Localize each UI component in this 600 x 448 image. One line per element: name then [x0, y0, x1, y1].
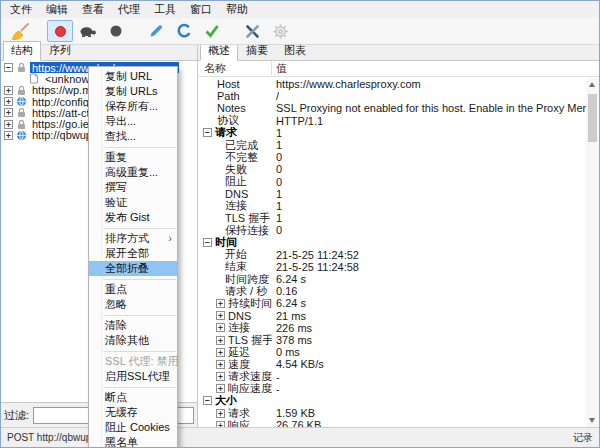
expander-plus-icon[interactable]: + [216, 372, 225, 381]
context-menu-item[interactable]: 全部折叠 [89, 261, 177, 276]
left-panel-tab[interactable]: 结构 [3, 41, 41, 61]
overview-row-name: 持续时间 [228, 297, 272, 309]
context-menu-item[interactable]: 复制 URL [89, 69, 177, 84]
expander-minus-icon[interactable]: − [203, 396, 212, 405]
context-menu-item[interactable]: 导出... [89, 114, 177, 129]
menu-separator [103, 387, 176, 388]
overview-row-name: 时间 [215, 236, 237, 248]
expander-plus-icon[interactable]: + [216, 384, 225, 393]
expander-plus-icon[interactable]: + [4, 131, 13, 140]
context-menu-item[interactable]: 忽略 [89, 297, 177, 312]
recording-status: 记录 [573, 431, 593, 445]
overview-row-value: 21 ms [272, 310, 306, 322]
expander-plus-icon[interactable]: + [4, 108, 13, 117]
settings-gear-button[interactable] [267, 20, 293, 42]
expander-plus-icon[interactable]: + [216, 336, 225, 345]
right-panel-tab[interactable]: 摘要 [238, 45, 276, 61]
context-menu-item[interactable]: 清除其他 [89, 333, 177, 348]
overview-row-name: 大小 [215, 395, 237, 407]
overview-row: +TLS 握手378 ms [198, 334, 599, 346]
context-menu-item[interactable]: 启用SSL代理 [89, 369, 177, 384]
overview-row-value: 0 [272, 224, 282, 236]
scroll-up-icon[interactable] [589, 82, 595, 87]
menubar-item[interactable]: 文件 [3, 1, 39, 18]
overview-row-name: 已完成 [225, 139, 258, 151]
context-menu-item[interactable]: 撰写 [89, 180, 177, 195]
context-menu-item[interactable]: 阻止 Cookies [89, 420, 177, 435]
overview-row: 协议HTTP/1.1 [198, 115, 599, 127]
overview-row-name: Notes [217, 102, 246, 114]
overview-row: +请求1.59 KB [198, 407, 599, 419]
throttle-turtle-icon [78, 24, 98, 38]
overview-row-value: 0 [272, 176, 282, 188]
scroll-down-icon[interactable] [589, 418, 595, 423]
compose-pen-icon [148, 23, 164, 39]
expander-plus-icon[interactable]: + [216, 299, 225, 308]
context-menu-item[interactable]: 查找... [89, 129, 177, 144]
menu-separator [103, 351, 176, 352]
expander-plus-icon[interactable]: + [4, 97, 13, 106]
context-menu-item[interactable]: 重点 [89, 282, 177, 297]
expander-plus-icon[interactable]: + [216, 348, 225, 357]
right-panel-tab[interactable]: 图表 [276, 45, 314, 61]
overview-row-name: Path [217, 90, 240, 102]
column-header-value[interactable]: 值 [272, 61, 287, 76]
overview-row-value: 6.24 s [272, 297, 306, 309]
compose-pen-button[interactable] [143, 20, 169, 42]
context-menu-item[interactable]: 保存所有... [89, 99, 177, 114]
right-panel-tab[interactable]: 概述 [200, 45, 238, 61]
context-menu-item[interactable]: 排序方式› [89, 231, 177, 246]
expander-plus-icon[interactable]: + [216, 311, 225, 320]
context-menu-item[interactable]: 无缓存 [89, 405, 177, 420]
overview-grid: Hosthttps://www.charlesproxy.comPath/Not… [198, 77, 599, 427]
throttle-turtle-button[interactable] [75, 20, 101, 42]
expander-plus-icon[interactable]: + [216, 323, 225, 332]
menubar-item[interactable]: 帮助 [219, 1, 255, 18]
menubar-item[interactable]: 查看 [75, 1, 111, 18]
context-menu-item[interactable]: 清除 [89, 318, 177, 333]
column-header-name[interactable]: 名称 [198, 61, 272, 76]
menubar-item[interactable]: 代理 [111, 1, 147, 18]
context-menu-item[interactable]: 复制 URLs [89, 84, 177, 99]
overview-row-value: 26.76 KB [272, 419, 321, 427]
context-menu-item[interactable]: 断点 [89, 390, 177, 405]
overview-row-name: 结束 [225, 261, 247, 273]
overview-row: +响应26.76 KB [198, 419, 599, 427]
overview-row: +DNS21 ms [198, 310, 599, 322]
expander-minus-icon[interactable]: − [203, 238, 212, 247]
vertical-scrollbar[interactable] [586, 78, 599, 427]
lock-icon [16, 107, 30, 118]
left-panel-tab[interactable]: 序列 [41, 41, 79, 61]
page-icon [29, 73, 43, 84]
overview-row-name: 响应 [228, 419, 250, 427]
expander-plus-icon[interactable]: + [216, 360, 225, 369]
overview-row-value: 1 [272, 127, 282, 139]
context-menu-item[interactable]: 发布 Gist [89, 210, 177, 225]
context-menu-item[interactable]: 验证 [89, 195, 177, 210]
overview-row-name: DNS [228, 310, 251, 322]
breakpoints-button[interactable] [103, 20, 129, 42]
expander-plus-icon[interactable]: + [216, 409, 225, 418]
overview-row-value: 6.24 s [272, 273, 306, 285]
overview-row-value: 21-5-25 11:24:52 [272, 249, 359, 261]
expander-minus-icon[interactable]: − [203, 128, 212, 137]
menubar-item[interactable]: 窗口 [183, 1, 219, 18]
overview-row: +速度4.54 KB/s [198, 358, 599, 370]
clear-session-broom-button[interactable] [7, 20, 33, 42]
expander-minus-icon[interactable]: − [4, 63, 13, 72]
context-menu-item[interactable]: 展开全部 [89, 246, 177, 261]
context-menu-item[interactable]: 黑名单 [89, 435, 177, 448]
scroll-thumb[interactable] [588, 94, 597, 142]
record-button[interactable] [47, 20, 73, 42]
menubar-item[interactable]: 编辑 [39, 1, 75, 18]
repeat-button[interactable] [171, 20, 197, 42]
expander-plus-icon[interactable]: + [4, 120, 13, 129]
overview-row-name: 失败 [225, 163, 247, 175]
menubar-item[interactable]: 工具 [147, 1, 183, 18]
context-menu-item[interactable]: 重复 [89, 150, 177, 165]
overview-row: 已完成1 [198, 139, 599, 151]
tools-button[interactable] [239, 20, 265, 42]
context-menu-item[interactable]: 高级重复... [89, 165, 177, 180]
validate-check-button[interactable] [199, 20, 225, 42]
expander-plus-icon[interactable]: + [4, 86, 13, 95]
